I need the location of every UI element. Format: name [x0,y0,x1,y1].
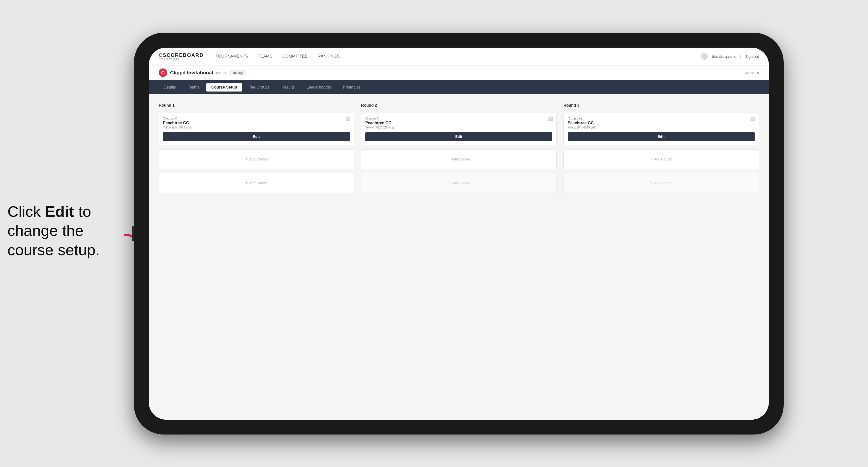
sign-out-link[interactable]: Sign out [745,54,759,59]
round-2-add-course-2: + Add Course [361,173,557,193]
tournament-name: Clippd Invitational [170,70,213,75]
round-2-course-card: (Course A) Peachtree GC Yellow (M) (6629… [361,113,557,145]
plus-icon-r2-2: + [447,180,451,186]
plus-icon-r1-1: + [245,156,248,162]
nav-separator: | [740,54,741,59]
logo-title: CSCOREBOARD [159,53,204,58]
top-nav: CSCOREBOARD Powered by clippd TOURNAMENT… [149,48,769,65]
round-3-course-label: (Course A) [568,117,755,120]
round-1-course-name: Peachtree GC [163,121,350,125]
round-3-course-name: Peachtree GC [568,121,755,125]
annotation-text: Click Edit to change the course setup. [7,202,126,260]
round-3-add-course-label-1: Add Course [654,157,672,161]
round-1-edit-button[interactable]: Edit [163,132,350,141]
round-1-col: Round 1 (Course A) Peachtree GC Yellow (… [159,103,354,193]
round-2-col: Round 2 (Course A) Peachtree GC Yellow (… [361,103,557,193]
logo-subtitle: Powered by clippd [159,58,204,60]
cancel-button[interactable]: Cancel × [744,71,759,75]
round-3-add-course-label-2: Add Course [654,181,672,185]
round-1-course-details: Yellow (M) (6629 yds) [163,126,350,129]
round-3-title: Round 3 [563,103,759,107]
round-1-course-label: (Course A) [163,117,350,120]
clippd-logo: C [159,68,167,77]
round-1-delete-icon[interactable]: ⬜ [345,116,351,122]
avatar [701,53,708,60]
tablet-side-button [132,226,134,241]
plus-icon-r2-1: + [447,156,451,162]
round-3-delete-icon[interactable]: ⬜ [750,116,756,122]
nav-rankings[interactable]: RANKINGS [317,54,340,59]
tab-details[interactable]: Details [159,83,181,92]
close-icon: × [757,71,759,75]
round-1-course-card: (Course A) Peachtree GC Yellow (M) (6629… [159,113,354,145]
tab-results[interactable]: Results [277,83,300,92]
round-3-course-card: (Course A) Peachtree GC Yellow (M) (6629… [563,113,759,145]
tournament-gender: (Men) [216,71,226,75]
content-area: Round 1 (Course A) Peachtree GC Yellow (… [149,94,769,419]
round-2-edit-button[interactable]: Edit [365,132,552,141]
tab-bar: Details Teams Course Setup Tee Groups Re… [149,80,769,94]
tablet-frame: CSCOREBOARD Powered by clippd TOURNAMENT… [134,33,784,435]
nav-committee[interactable]: COMMITTEE [282,54,308,59]
logo-c: C [159,52,163,58]
nav-links: TOURNAMENTS TEAMS COMMITTEE RANKINGS [216,54,701,59]
round-1-add-course-label-2: Add Course [249,181,268,185]
sub-header: C Clippd Invitational (Men) Hosting Canc… [149,65,769,80]
tab-teams[interactable]: Teams [183,83,204,92]
round-3-col: Round 3 (Course A) Peachtree GC Yellow (… [563,103,759,193]
tab-printables[interactable]: Printables [338,83,366,92]
round-2-course-details: Yellow (M) (6629 yds) [365,126,552,129]
round-2-add-course-label-2: Add Course [452,181,470,185]
tournament-info: C Clippd Invitational (Men) Hosting [159,68,246,77]
round-2-add-course-label-1: Add Course [452,157,470,161]
user-email: blair@clippd.io [712,54,736,59]
plus-icon-r3-1: + [650,156,653,162]
logo-area: CSCOREBOARD Powered by clippd [159,53,204,60]
hosting-badge: Hosting [229,70,246,75]
round-3-course-details: Yellow (M) (6629 yds) [568,126,755,129]
round-2-delete-icon[interactable]: ⬜ [547,116,553,122]
round-3-add-course-2: + Add Course [563,173,759,193]
round-2-add-course-1[interactable]: + Add Course [361,149,557,169]
round-2-course-name: Peachtree GC [365,121,552,125]
round-3-add-course-1[interactable]: + Add Course [563,149,759,169]
tab-leaderboards[interactable]: Leaderboards [302,83,336,92]
plus-icon-r1-2: + [245,180,248,186]
tab-course-setup[interactable]: Course Setup [206,83,242,92]
round-2-title: Round 2 [361,103,557,107]
round-1-add-course-1[interactable]: + Add Course [159,149,354,169]
round-3-edit-button[interactable]: Edit [568,132,755,141]
round-1-title: Round 1 [159,103,354,107]
round-2-course-label: (Course A) [365,117,552,120]
round-1-add-course-label-1: Add Course [249,157,268,161]
tab-tee-groups[interactable]: Tee Groups [244,83,275,92]
nav-teams[interactable]: TEAMS [258,54,273,59]
plus-icon-r3-2: + [650,180,653,186]
nav-right: blair@clippd.io | Sign out [701,53,759,60]
tablet-screen: CSCOREBOARD Powered by clippd TOURNAMENT… [149,48,769,419]
rounds-container: Round 1 (Course A) Peachtree GC Yellow (… [159,103,759,193]
nav-tournaments[interactable]: TOURNAMENTS [216,54,248,59]
round-1-add-course-2[interactable]: + Add Course [159,173,354,193]
